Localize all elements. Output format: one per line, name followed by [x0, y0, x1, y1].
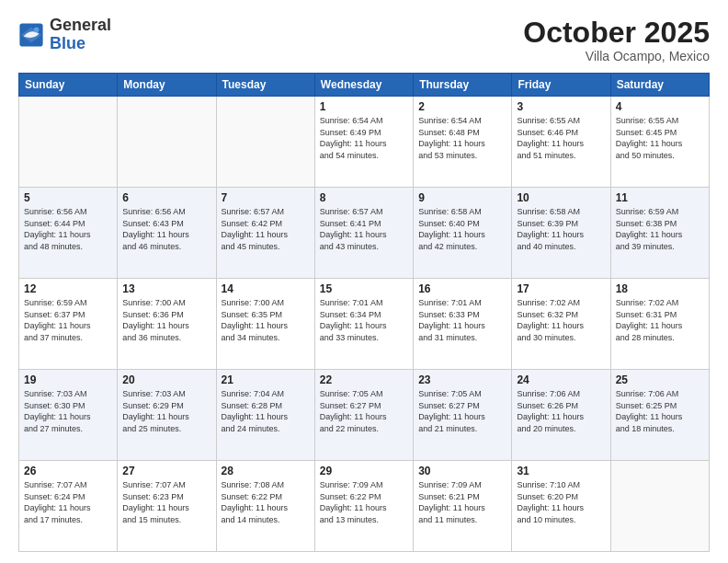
day-number: 27	[122, 465, 210, 477]
day-cell-w5-d5: 30Sunrise: 7:09 AM Sunset: 6:21 PM Dayli…	[414, 461, 512, 552]
day-cell-w3-d7: 18Sunrise: 7:02 AM Sunset: 6:31 PM Dayli…	[610, 279, 709, 370]
day-info: Sunrise: 6:59 AM Sunset: 6:38 PM Dayligh…	[616, 206, 704, 252]
day-info: Sunrise: 7:00 AM Sunset: 6:36 PM Dayligh…	[122, 297, 210, 343]
day-info: Sunrise: 7:07 AM Sunset: 6:23 PM Dayligh…	[122, 479, 210, 525]
day-info: Sunrise: 7:03 AM Sunset: 6:29 PM Dayligh…	[122, 388, 210, 434]
day-info: Sunrise: 7:08 AM Sunset: 6:22 PM Dayligh…	[222, 479, 310, 525]
header-saturday: Saturday	[610, 74, 709, 97]
logo-text: General Blue	[50, 17, 111, 53]
day-number: 31	[517, 465, 605, 477]
day-cell-w2-d4: 8Sunrise: 6:57 AM Sunset: 6:41 PM Daylig…	[314, 188, 413, 279]
day-info: Sunrise: 6:58 AM Sunset: 6:40 PM Dayligh…	[418, 206, 506, 252]
day-cell-w5-d2: 27Sunrise: 7:07 AM Sunset: 6:23 PM Dayli…	[118, 461, 216, 552]
day-cell-w1-d7: 4Sunrise: 6:55 AM Sunset: 6:45 PM Daylig…	[610, 97, 709, 188]
day-info: Sunrise: 6:55 AM Sunset: 6:46 PM Dayligh…	[517, 115, 605, 161]
day-info: Sunrise: 6:59 AM Sunset: 6:37 PM Dayligh…	[24, 297, 112, 343]
day-number: 6	[122, 191, 210, 204]
day-number: 8	[320, 191, 408, 204]
header: General Blue October 2025 Villa Ocampo, …	[18, 17, 710, 63]
day-cell-w4-d3: 21Sunrise: 7:04 AM Sunset: 6:28 PM Dayli…	[216, 370, 314, 461]
day-number: 12	[24, 282, 112, 295]
day-cell-w4-d7: 25Sunrise: 7:06 AM Sunset: 6:25 PM Dayli…	[610, 370, 709, 461]
day-cell-w2-d7: 11Sunrise: 6:59 AM Sunset: 6:38 PM Dayli…	[610, 188, 709, 279]
location-subtitle: Villa Ocampo, Mexico	[523, 49, 710, 63]
day-info: Sunrise: 7:00 AM Sunset: 6:35 PM Dayligh…	[222, 297, 310, 343]
day-cell-w1-d6: 3Sunrise: 6:55 AM Sunset: 6:46 PM Daylig…	[512, 97, 610, 188]
day-number: 4	[616, 100, 704, 113]
day-number: 5	[24, 191, 112, 204]
day-cell-w3-d5: 16Sunrise: 7:01 AM Sunset: 6:33 PM Dayli…	[414, 279, 512, 370]
logo: General Blue	[18, 17, 111, 53]
day-cell-w2-d6: 10Sunrise: 6:58 AM Sunset: 6:39 PM Dayli…	[512, 188, 610, 279]
header-tuesday: Tuesday	[216, 74, 314, 97]
day-cell-w1-d1	[19, 97, 118, 188]
day-info: Sunrise: 7:09 AM Sunset: 6:21 PM Dayligh…	[418, 479, 506, 525]
day-number: 19	[24, 373, 112, 386]
day-number: 14	[222, 282, 310, 295]
day-cell-w1-d2	[118, 97, 216, 188]
day-info: Sunrise: 6:57 AM Sunset: 6:41 PM Dayligh…	[320, 206, 408, 252]
day-number: 11	[616, 191, 704, 204]
day-number: 13	[122, 282, 210, 295]
week-row-1: 1Sunrise: 6:54 AM Sunset: 6:49 PM Daylig…	[19, 97, 710, 188]
day-number: 3	[517, 100, 605, 113]
day-info: Sunrise: 6:58 AM Sunset: 6:39 PM Dayligh…	[517, 206, 605, 252]
day-cell-w3-d2: 13Sunrise: 7:00 AM Sunset: 6:36 PM Dayli…	[118, 279, 216, 370]
day-number: 2	[418, 100, 506, 113]
day-info: Sunrise: 7:01 AM Sunset: 6:33 PM Dayligh…	[418, 297, 506, 343]
day-number: 10	[517, 191, 605, 204]
day-cell-w4-d6: 24Sunrise: 7:06 AM Sunset: 6:26 PM Dayli…	[512, 370, 610, 461]
week-row-2: 5Sunrise: 6:56 AM Sunset: 6:44 PM Daylig…	[19, 188, 710, 279]
day-number: 24	[517, 373, 605, 386]
day-info: Sunrise: 6:54 AM Sunset: 6:48 PM Dayligh…	[418, 115, 506, 161]
logo-general: General	[50, 16, 111, 34]
day-number: 28	[222, 465, 310, 477]
day-info: Sunrise: 7:06 AM Sunset: 6:26 PM Dayligh…	[517, 388, 605, 434]
day-number: 21	[222, 373, 310, 386]
day-info: Sunrise: 7:03 AM Sunset: 6:30 PM Dayligh…	[24, 388, 112, 434]
day-cell-w2-d1: 5Sunrise: 6:56 AM Sunset: 6:44 PM Daylig…	[19, 188, 118, 279]
day-cell-w5-d6: 31Sunrise: 7:10 AM Sunset: 6:20 PM Dayli…	[512, 461, 610, 552]
day-cell-w4-d2: 20Sunrise: 7:03 AM Sunset: 6:29 PM Dayli…	[118, 370, 216, 461]
week-row-5: 26Sunrise: 7:07 AM Sunset: 6:24 PM Dayli…	[19, 461, 710, 552]
day-info: Sunrise: 7:05 AM Sunset: 6:27 PM Dayligh…	[320, 388, 408, 434]
day-cell-w4-d4: 22Sunrise: 7:05 AM Sunset: 6:27 PM Dayli…	[314, 370, 413, 461]
day-cell-w3-d6: 17Sunrise: 7:02 AM Sunset: 6:32 PM Dayli…	[512, 279, 610, 370]
header-thursday: Thursday	[414, 74, 512, 97]
day-number: 29	[320, 465, 408, 477]
day-cell-w5-d7	[610, 461, 709, 552]
day-info: Sunrise: 7:06 AM Sunset: 6:25 PM Dayligh…	[616, 388, 704, 434]
day-info: Sunrise: 7:02 AM Sunset: 6:32 PM Dayligh…	[517, 297, 605, 343]
day-cell-w3-d3: 14Sunrise: 7:00 AM Sunset: 6:35 PM Dayli…	[216, 279, 314, 370]
day-info: Sunrise: 6:57 AM Sunset: 6:42 PM Dayligh…	[222, 206, 310, 252]
day-number: 30	[418, 465, 506, 477]
day-info: Sunrise: 6:54 AM Sunset: 6:49 PM Dayligh…	[320, 115, 408, 161]
day-number: 18	[616, 282, 704, 295]
day-number: 16	[418, 282, 506, 295]
day-cell-w3-d4: 15Sunrise: 7:01 AM Sunset: 6:34 PM Dayli…	[314, 279, 413, 370]
day-number: 25	[616, 373, 704, 386]
day-cell-w1-d3	[216, 97, 314, 188]
month-title: October 2025	[523, 17, 710, 49]
day-number: 17	[517, 282, 605, 295]
header-wednesday: Wednesday	[314, 74, 413, 97]
day-cell-w5-d3: 28Sunrise: 7:08 AM Sunset: 6:22 PM Dayli…	[216, 461, 314, 552]
day-info: Sunrise: 6:55 AM Sunset: 6:45 PM Dayligh…	[616, 115, 704, 161]
day-info: Sunrise: 7:07 AM Sunset: 6:24 PM Dayligh…	[24, 479, 112, 525]
day-cell-w2-d3: 7Sunrise: 6:57 AM Sunset: 6:42 PM Daylig…	[216, 188, 314, 279]
day-cell-w1-d4: 1Sunrise: 6:54 AM Sunset: 6:49 PM Daylig…	[314, 97, 413, 188]
svg-point-2	[34, 27, 40, 32]
week-row-4: 19Sunrise: 7:03 AM Sunset: 6:30 PM Dayli…	[19, 370, 710, 461]
header-friday: Friday	[512, 74, 610, 97]
day-number: 20	[122, 373, 210, 386]
day-number: 1	[320, 100, 408, 113]
day-number: 23	[418, 373, 506, 386]
day-info: Sunrise: 7:01 AM Sunset: 6:34 PM Dayligh…	[320, 297, 408, 343]
weekday-header-row: Sunday Monday Tuesday Wednesday Thursday…	[19, 74, 710, 97]
day-cell-w2-d2: 6Sunrise: 6:56 AM Sunset: 6:43 PM Daylig…	[118, 188, 216, 279]
week-row-3: 12Sunrise: 6:59 AM Sunset: 6:37 PM Dayli…	[19, 279, 710, 370]
day-number: 15	[320, 282, 408, 295]
day-info: Sunrise: 7:09 AM Sunset: 6:22 PM Dayligh…	[320, 479, 408, 525]
title-block: October 2025 Villa Ocampo, Mexico	[523, 17, 710, 63]
page: General Blue October 2025 Villa Ocampo, …	[0, 0, 728, 563]
